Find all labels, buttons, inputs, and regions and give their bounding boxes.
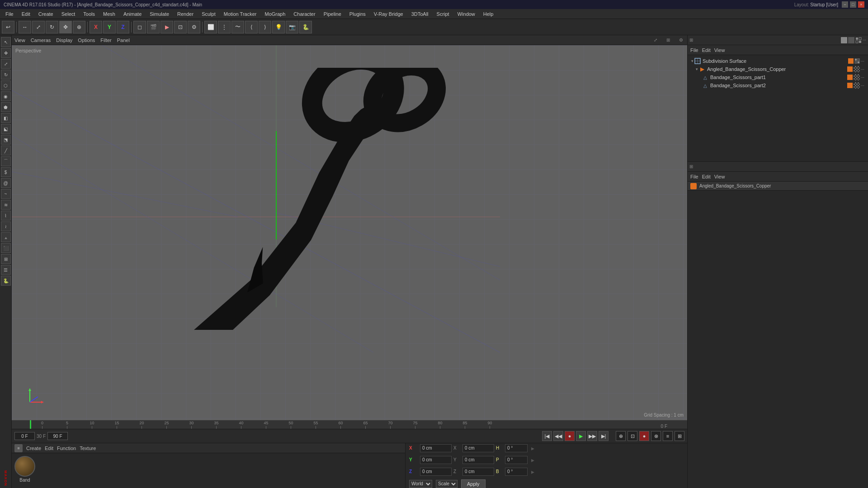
cube-btn[interactable]: ⬜ — [204, 21, 217, 33]
vp-menu-view[interactable]: View — [14, 38, 25, 43]
material-ball[interactable] — [14, 456, 35, 477]
menu-mograph[interactable]: MoGraph — [261, 10, 289, 18]
sidebar-tool12[interactable]: ⌒ — [1, 156, 11, 166]
object-btn[interactable]: ◻ — [133, 21, 146, 33]
menu-tools[interactable]: Tools — [80, 10, 99, 18]
obj-icon-1[interactable] — [841, 37, 847, 43]
keyframe-btn[interactable]: ⊡ — [627, 431, 637, 441]
bottom-menu-create[interactable]: Create — [26, 446, 41, 451]
prev-frame-button[interactable]: ◀◀ — [553, 431, 563, 441]
sidebar-tool16[interactable]: ≋ — [1, 200, 11, 210]
vis-orange-2[interactable] — [847, 75, 853, 80]
deform-btn[interactable]: 〜 — [231, 21, 244, 33]
menu-select[interactable]: Select — [58, 10, 79, 18]
scale-mode-select[interactable]: Scale Size — [436, 480, 458, 488]
obj-row-part1[interactable]: △ Bandage_Scissors_part1 ··· — [689, 73, 866, 81]
undo-button[interactable]: ↩ — [2, 21, 14, 33]
keyframe-auto[interactable]: ⊕ — [616, 431, 626, 441]
sidebar-tool11[interactable]: ╱ — [1, 145, 11, 155]
maximize-button[interactable]: □ — [850, 1, 856, 8]
minimize-button[interactable]: − — [842, 1, 848, 8]
obj-menu-view[interactable]: View — [714, 47, 725, 53]
spline2-btn[interactable]: ⟩ — [259, 21, 271, 33]
vis-check-0[interactable] — [854, 58, 860, 64]
sidebar-tool14[interactable]: @ — [1, 178, 11, 188]
h-input[interactable] — [505, 444, 528, 452]
menu-window[interactable]: Window — [454, 10, 479, 18]
play-button[interactable]: ▶ — [576, 431, 586, 441]
next-frame-button[interactable]: ▶▶ — [587, 431, 597, 441]
viewport-maximize[interactable]: ⤢ — [652, 37, 659, 44]
close-button[interactable]: × — [858, 1, 864, 8]
rotate-tool[interactable]: ↻ — [46, 21, 58, 33]
p-expand[interactable]: ▸ — [531, 456, 534, 464]
menu-edit[interactable]: Edit — [18, 10, 34, 18]
vis-checker-1[interactable] — [854, 66, 860, 72]
menu-create[interactable]: Create — [35, 10, 57, 18]
menu-simulate[interactable]: Simulate — [146, 10, 173, 18]
menu-render[interactable]: Render — [174, 10, 197, 18]
end-frame-input[interactable] — [47, 432, 68, 440]
sidebar-tool9[interactable]: ⬕ — [1, 124, 11, 134]
y-position-input[interactable] — [420, 456, 452, 464]
vp-menu-panel[interactable]: Panel — [117, 38, 130, 43]
coord-system-select[interactable]: World Object — [409, 480, 432, 488]
sidebar-tool18[interactable]: ≀ — [1, 221, 11, 231]
vis-checker-2[interactable] — [854, 74, 860, 80]
attr-menu-file[interactable]: File — [690, 174, 698, 179]
record-mode[interactable]: ● — [639, 431, 649, 441]
sidebar-tool23[interactable]: 🐍 — [1, 276, 11, 286]
scale-tool[interactable]: ⤢ — [32, 21, 45, 33]
material-item[interactable]: Band — [14, 456, 35, 483]
timeline-expand[interactable]: ⊞ — [675, 431, 684, 441]
menu-sculpt[interactable]: Sculpt — [198, 10, 219, 18]
viewport-settings[interactable]: ⚙ — [677, 37, 684, 44]
menu-character[interactable]: Character — [290, 10, 319, 18]
vp-menu-display[interactable]: Display — [56, 38, 72, 43]
python-btn[interactable]: 🐍 — [299, 21, 312, 33]
sidebar-tool15[interactable]: ~ — [1, 189, 11, 199]
vis-orange-0[interactable] — [848, 58, 854, 64]
obj-row-scissors-group[interactable]: ▾ ▶ Angled_Bandage_Scissors_Copper ··· — [689, 65, 866, 73]
render-btn[interactable]: ▶ — [160, 21, 173, 33]
menu-help[interactable]: Help — [480, 10, 497, 18]
obj-row-part2[interactable]: △ Bandage_Scissors_part2 ··· — [689, 81, 866, 89]
sidebar-tool8[interactable]: ◧ — [1, 113, 11, 123]
viewport[interactable]: Perspective — [12, 45, 687, 420]
menu-file[interactable]: File — [2, 10, 17, 18]
light-btn[interactable]: 💡 — [272, 21, 285, 33]
y-axis-btn[interactable]: Y — [103, 21, 116, 33]
b-expand[interactable]: ▸ — [531, 468, 534, 475]
z-position-input[interactable] — [420, 468, 452, 476]
obj-menu-file[interactable]: File — [690, 47, 698, 53]
sidebar-tool10[interactable]: ⬔ — [1, 135, 11, 145]
vp-menu-filter[interactable]: Filter — [100, 38, 111, 43]
camera-btn[interactable]: 🎬 — [147, 21, 160, 33]
sidebar-select[interactable]: ↖ — [1, 37, 11, 47]
sidebar-tool20[interactable]: ⬛ — [1, 243, 11, 253]
sidebar-tool7[interactable]: ⬟ — [1, 102, 11, 112]
render-settings-btn[interactable]: ⚙ — [188, 21, 200, 33]
menu-3dtoall[interactable]: 3DToAll — [408, 10, 432, 18]
axis-tool[interactable]: ⊕ — [73, 21, 85, 33]
timeline-menu[interactable]: ≡ — [663, 431, 673, 441]
render-region-btn[interactable]: ⊡ — [174, 21, 187, 33]
attr-menu-edit[interactable]: Edit — [702, 174, 711, 179]
apply-button[interactable]: Apply — [461, 479, 486, 488]
sidebar-rotate[interactable]: ↻ — [1, 70, 11, 80]
vis-orange-3[interactable] — [847, 83, 853, 88]
last-frame-button[interactable]: ▶| — [599, 431, 609, 441]
menu-script[interactable]: Script — [433, 10, 453, 18]
menu-plugins[interactable]: Plugins — [346, 10, 369, 18]
sidebar-move[interactable]: ✥ — [1, 48, 11, 58]
sidebar-tool17[interactable]: ⌇ — [1, 211, 11, 221]
bottom-menu-edit[interactable]: Edit — [45, 446, 53, 451]
menu-motion-tracker[interactable]: Motion Tracker — [220, 10, 260, 18]
menu-pipeline[interactable]: Pipeline — [320, 10, 345, 18]
sidebar-tool22[interactable]: ☰ — [1, 265, 11, 275]
obj-menu-edit[interactable]: Edit — [702, 47, 711, 53]
x-position-input[interactable] — [420, 444, 452, 452]
sidebar-tool6[interactable]: ◉ — [1, 91, 11, 101]
move-tool[interactable]: ↔ — [19, 21, 31, 33]
vis-orange-1[interactable] — [847, 66, 853, 72]
